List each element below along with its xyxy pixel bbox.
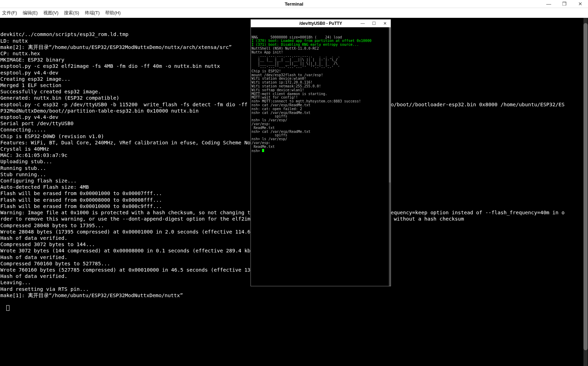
minimize-button[interactable]: — xyxy=(541,0,557,8)
menu-edit[interactable]: 编辑(E) xyxy=(23,10,38,16)
main-title-bar: Terminal — ❐ ✕ xyxy=(0,0,588,8)
close-button[interactable]: ✕ xyxy=(572,0,588,8)
menu-terminal[interactable]: 终端(T) xyxy=(85,10,100,16)
putty-line: nsh> ls /var/esp/ xyxy=(252,137,391,141)
putty-line: ReadMe.txt xyxy=(252,126,391,130)
maximize-button[interactable]: ❐ xyxy=(557,0,572,8)
menu-file[interactable]: 文件(F) xyxy=(2,10,17,16)
putty-scrollbar-thumb[interactable] xyxy=(389,27,391,182)
window-controls: — ❐ ✕ xyxy=(541,0,588,8)
putty-line: nsh> ls /var/esp/ xyxy=(252,119,391,122)
menu-bar: 文件(F) 编辑(E) 视图(V) 搜索(S) 终端(T) 帮助(H) xyxy=(0,8,588,18)
putty-line: Nuttx App init! xyxy=(252,51,391,55)
putty-line: Chip is ESP32! xyxy=(252,70,391,73)
putty-maximize-button[interactable]: ☐ xyxy=(368,20,379,27)
putty-line: ReadMe.txt xyxy=(252,145,391,149)
terminal-scrollbar[interactable] xyxy=(583,18,588,366)
putty-window-controls: — ☐ ✕ xyxy=(357,20,391,27)
window-title: Terminal xyxy=(285,1,303,7)
menu-view[interactable]: 视图(V) xyxy=(43,10,58,16)
putty-title: /dev/ttyUSB0 - PuTTY xyxy=(299,21,342,26)
putty-title-bar[interactable]: /dev/ttyUSB0 - PuTTY — ☐ ✕ xyxy=(251,20,391,27)
putty-line: nsh> xyxy=(252,149,391,153)
putty-scrollbar[interactable] xyxy=(389,27,391,286)
terminal-line: Hard resetting via RTS pin... xyxy=(0,286,588,292)
putty-close-button[interactable]: ✕ xyxy=(379,20,391,27)
putty-minimize-button[interactable]: — xyxy=(357,20,368,27)
terminal-cursor xyxy=(6,305,9,311)
menu-help[interactable]: 帮助(H) xyxy=(105,10,121,16)
putty-line: Wifi softap device:wlan1! xyxy=(252,88,391,92)
putty-output[interactable]: NN& 50000000 size=00018h ( 24) loadI (37… xyxy=(251,27,391,286)
scrollbar-thumb[interactable] xyxy=(583,23,588,350)
terminal-line: make[1]: 离开目录“/home/ubuntu/ESP32/ESP32Mo… xyxy=(0,292,588,299)
menu-search[interactable]: 搜索(S) xyxy=(64,10,79,16)
putty-window[interactable]: /dev/ttyUSB0 - PuTTY — ☐ ✕ NN& 50000000 … xyxy=(251,19,391,286)
putty-cursor xyxy=(262,149,264,152)
putty-line: nsh: cat: open failed: 2 xyxy=(252,107,391,111)
